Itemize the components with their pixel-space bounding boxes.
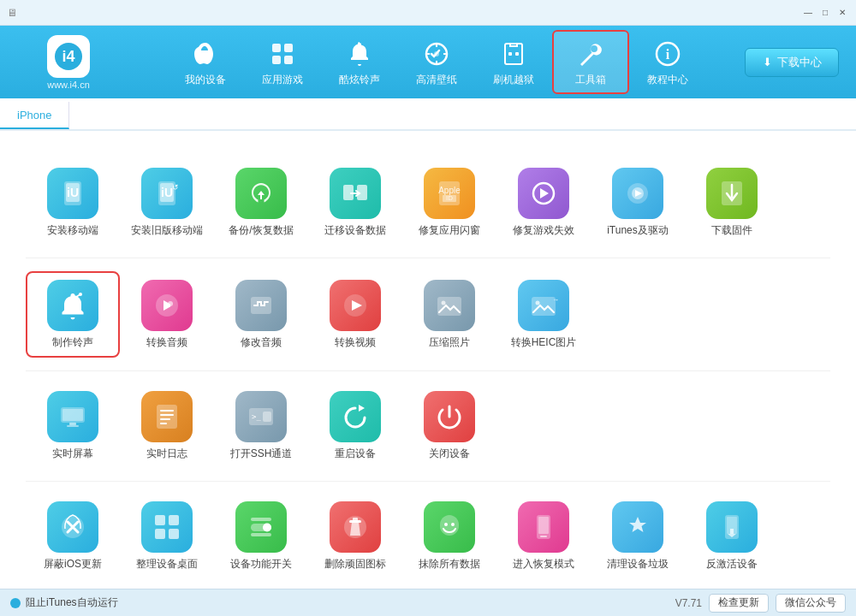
nav-tutorial[interactable]: i 教程中心	[629, 30, 706, 94]
svg-rect-54	[155, 515, 165, 525]
jailbreak-icon	[497, 38, 530, 70]
anti-revoke-icon	[706, 501, 758, 553]
svg-text:i4: i4	[62, 48, 74, 65]
svg-rect-57	[169, 529, 179, 539]
svg-rect-48	[160, 418, 170, 420]
tool-convert-video[interactable]: 转换视频	[308, 271, 402, 358]
tool-backup-restore[interactable]: 备份/恢复数据	[214, 161, 308, 245]
tool-itunes-driver[interactable]: iTunes及驱动	[591, 161, 685, 245]
convert-audio-icon	[141, 280, 193, 331]
nav-app-game-label: 应用游戏	[262, 73, 303, 87]
nav-app-game[interactable]: 应用游戏	[244, 30, 321, 94]
tool-install-app[interactable]: iU 安装移动端	[26, 161, 120, 245]
svg-point-59	[263, 523, 271, 531]
nav-toolbox[interactable]: 工具箱	[552, 30, 629, 94]
tool-erase-all[interactable]: 抹除所有数据	[402, 495, 496, 578]
svg-text:>_: >_	[252, 412, 261, 421]
check-update-button[interactable]: 检查更新	[709, 594, 769, 613]
nav-items: 我的设备 应用游戏 酷炫铃声 高清壁纸 刷机越狱	[128, 30, 745, 94]
tool-organize-desktop[interactable]: 整理设备桌面	[120, 495, 214, 578]
realtime-log-label: 实时日志	[146, 447, 187, 461]
nav-ringtone[interactable]: 酷炫铃声	[321, 30, 398, 94]
svg-rect-64	[353, 518, 358, 521]
tool-recovery-mode[interactable]: 进入恢复模式	[496, 495, 591, 578]
install-old-app-icon: iU↺	[141, 168, 193, 219]
header: i4 www.i4.cn 我的设备 应用游戏 酷炫铃声	[0, 26, 856, 98]
svg-text:iU: iU	[67, 186, 79, 199]
edit-audio-icon	[235, 280, 287, 331]
tool-install-old-app[interactable]: iU↺ 安装旧版移动端	[120, 161, 214, 245]
tool-reboot-device[interactable]: 重启设备	[308, 384, 402, 468]
tool-migrate-data[interactable]: 迁移设备数据	[308, 161, 402, 245]
nav-jailbreak-label: 刷机越狱	[493, 73, 534, 87]
tool-block-ios-update[interactable]: 屏蔽iOS更新	[26, 495, 120, 578]
edit-audio-label: 修改音频	[241, 336, 282, 350]
minimize-button[interactable]: —	[801, 6, 815, 20]
tab-iphone[interactable]: iPhone	[0, 102, 69, 129]
tool-fix-app-crash[interactable]: Apple ID 修复应用闪窗	[402, 161, 496, 245]
tool-row-4: 屏蔽iOS更新 整理设备桌面 设备功能开关 删除顽固图标	[26, 482, 830, 589]
tool-download-fw[interactable]: 下载固件	[685, 161, 779, 245]
maximize-button[interactable]: □	[818, 6, 832, 20]
svg-point-65	[444, 523, 448, 526]
tool-convert-heic[interactable]: → 转换HEIC图片	[496, 271, 591, 358]
svg-point-66	[451, 523, 455, 526]
svg-point-30	[79, 293, 82, 296]
app-logo-svg: i4	[53, 41, 84, 72]
recovery-label: 进入恢复模式	[513, 558, 574, 572]
device-toggle-label: 设备功能开关	[230, 558, 292, 572]
svg-rect-2	[272, 44, 281, 52]
nav-jailbreak[interactable]: 刷机越狱	[475, 30, 552, 94]
tool-shutdown-device[interactable]: 关闭设备	[402, 384, 496, 468]
svg-rect-68	[538, 517, 549, 534]
svg-rect-25	[443, 195, 456, 202]
anti-revoke-label: 反激活设备	[706, 558, 758, 572]
svg-rect-61	[251, 533, 271, 536]
apple-icon	[189, 38, 222, 70]
titlebar: 🖥 — □ ✕	[0, 0, 856, 26]
convert-heic-label: 转换HEIC图片	[511, 336, 577, 350]
convert-video-label: 转换视频	[335, 336, 376, 350]
tool-row-1: iU 安装移动端 iU↺ 安装旧版移动端 备份/恢复数据 迁移设备数据	[26, 148, 830, 258]
tool-delete-icon[interactable]: 删除顽固图标	[308, 495, 402, 578]
fix-app-icon: Apple ID	[424, 168, 475, 219]
convert-video-icon	[330, 280, 381, 331]
nav-my-device-label: 我的设备	[185, 73, 226, 87]
itunes-label: iTunes及驱动	[607, 224, 669, 238]
tabbar: iPhone	[0, 98, 856, 131]
content-area: iU 安装移动端 iU↺ 安装旧版移动端 备份/恢复数据 迁移设备数据	[0, 131, 856, 589]
tool-edit-audio[interactable]: 修改音频	[214, 271, 308, 358]
wallpaper-icon	[420, 38, 453, 70]
svg-rect-55	[169, 515, 179, 525]
install-app-icon: iU	[47, 168, 98, 219]
download-icon: ⬇	[763, 56, 772, 68]
close-button[interactable]: ✕	[835, 6, 849, 20]
nav-wallpaper[interactable]: 高清壁纸	[398, 30, 475, 94]
tool-clean-junk[interactable]: 清理设备垃圾	[591, 495, 685, 578]
status-text: 阻止iTunes自动运行	[26, 595, 118, 610]
tool-compress-photo[interactable]: 压缩照片	[402, 271, 496, 358]
logo-url: www.i4.cn	[47, 80, 90, 90]
nav-my-device[interactable]: 我的设备	[167, 30, 244, 94]
tool-realtime-screen[interactable]: 实时屏幕	[26, 384, 120, 468]
tool-make-ringtone[interactable]: 制作铃声	[26, 271, 120, 358]
log-icon	[141, 391, 193, 442]
download-fw-icon	[706, 168, 758, 219]
svg-rect-9	[508, 52, 512, 56]
tool-device-toggle[interactable]: 设备功能开关	[214, 495, 308, 578]
tool-realtime-log[interactable]: 实时日志	[120, 384, 214, 468]
erase-icon	[424, 501, 475, 553]
tool-anti-revoke[interactable]: 反激活设备	[685, 495, 779, 578]
fix-game-icon	[518, 168, 569, 219]
svg-point-7	[434, 51, 439, 56]
wechat-button[interactable]: 微信公众号	[776, 594, 846, 613]
tool-open-ssh[interactable]: >_ 打开SSH通道	[214, 384, 308, 468]
svg-rect-3	[284, 44, 293, 52]
tool-convert-audio[interactable]: 转换音频	[120, 271, 214, 358]
migrate-icon	[330, 168, 381, 219]
nav-tutorial-label: 教程中心	[647, 73, 688, 87]
tool-fix-game[interactable]: 修复游戏失效	[496, 161, 591, 245]
download-fw-label: 下载固件	[711, 224, 752, 238]
desktop-icon	[141, 501, 193, 553]
download-button[interactable]: ⬇ 下载中心	[745, 48, 839, 77]
